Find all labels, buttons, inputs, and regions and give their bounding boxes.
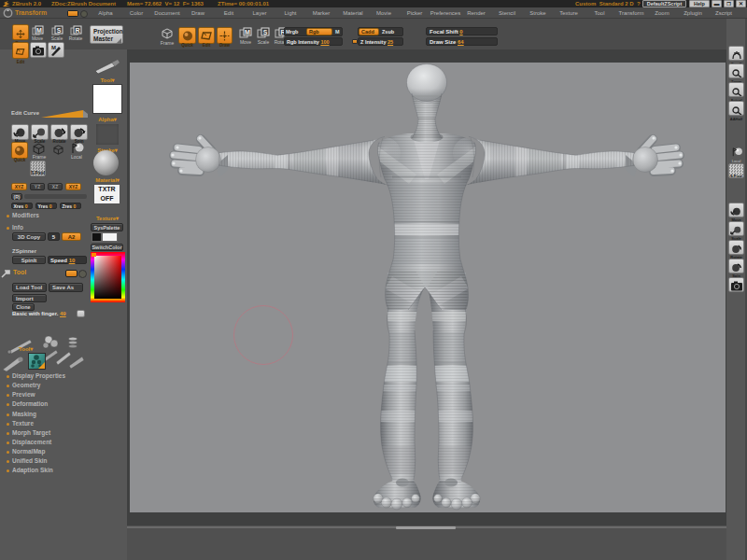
svg-text:M: M [36,27,42,34]
svg-text:M: M [51,45,56,50]
svg-text:M: M [245,29,250,35]
svg-text:S: S [57,27,62,34]
svg-text:S: S [263,29,268,35]
svg-text:R: R [75,27,79,34]
